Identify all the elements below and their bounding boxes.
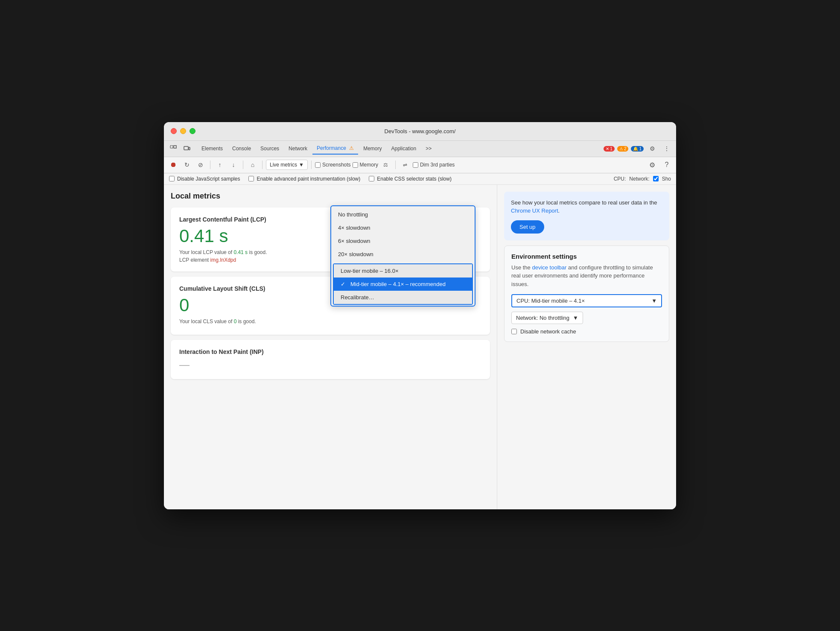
chrome-ux-report-link[interactable]: Chrome UX Report <box>511 207 558 214</box>
bordered-section: Low-tier mobile – 16.0× ✓ Mid-tier mobil… <box>333 263 473 305</box>
performance-warning-icon: ⚠ <box>349 145 354 151</box>
network-dropdown[interactable]: Network: No throttling ▼ <box>511 312 583 324</box>
tab-more[interactable]: >> <box>421 143 436 154</box>
close-button[interactable] <box>171 128 177 134</box>
device-toolbar-link[interactable]: device toolbar <box>532 264 566 271</box>
throttle-4x[interactable]: 4× slowdown <box>331 221 475 234</box>
clear-button[interactable]: ⊘ <box>195 159 207 171</box>
svg-rect-3 <box>189 147 190 150</box>
content-area: Local metrics Largest Contentful Paint (… <box>164 185 676 509</box>
checkmark-icon: ✓ <box>341 281 345 287</box>
tabs-bar: Elements Console Sources Network Perform… <box>164 141 676 157</box>
inp-title: Interaction to Next Paint (INP) <box>179 348 481 355</box>
throttle-6x[interactable]: 6× slowdown <box>331 234 475 248</box>
show-label: Sho <box>662 176 671 182</box>
enable-css-checkbox[interactable] <box>369 176 374 181</box>
throttle-recalibrate[interactable]: Recalibrate… <box>334 291 472 304</box>
low-tier-label: Low-tier mobile – 16.0× <box>341 268 399 274</box>
svg-rect-2 <box>184 146 188 150</box>
enable-paint-checkbox[interactable] <box>248 176 254 181</box>
disable-js-label: Disable JavaScript samples <box>177 176 240 182</box>
right-panel: See how your local metrics compare to re… <box>497 185 676 509</box>
inp-card: Interaction to Next Paint (INP) — <box>171 340 490 379</box>
tab-sources[interactable]: Sources <box>256 143 283 154</box>
cpu-dropdown-chevron: ▼ <box>651 298 657 304</box>
tab-network[interactable]: Network <box>284 143 312 154</box>
local-metrics-title: Local metrics <box>171 192 490 201</box>
download-button[interactable]: ↓ <box>228 159 239 171</box>
error-badge: ✕ 1 <box>604 146 615 152</box>
disable-js-option[interactable]: Disable JavaScript samples <box>169 176 240 182</box>
toolbar-divider-1 <box>210 161 210 169</box>
ux-report-text: See how your local metrics compare to re… <box>511 199 662 215</box>
refresh-record-button[interactable]: ↻ <box>181 159 193 171</box>
dim-3rd-checkbox[interactable] <box>413 162 418 168</box>
dim-3rd-option: Dim 3rd parties <box>413 162 455 168</box>
settings-icon[interactable]: ⚙ <box>646 143 658 155</box>
tab-memory[interactable]: Memory <box>359 143 386 154</box>
4x-label: 4× slowdown <box>338 225 370 231</box>
dropdown-outer: No throttling 4× slowdown 6× slowdown 20… <box>331 206 475 263</box>
tab-performance[interactable]: Performance ⚠ <box>312 143 358 155</box>
minimize-button[interactable] <box>180 128 186 134</box>
warning-badge: ⚠ 2 <box>617 146 629 152</box>
throttle-low-tier[interactable]: Low-tier mobile – 16.0× <box>334 264 472 278</box>
toolbar-divider-4 <box>311 161 312 169</box>
more-options-icon[interactable]: ⋮ <box>661 143 673 155</box>
20x-label: 20× slowdown <box>338 251 373 257</box>
throttle-no-throttling[interactable]: No throttling <box>331 208 475 221</box>
enable-css-label: Enable CSS selector stats (slow) <box>377 176 452 182</box>
cls-desc-after: is good. <box>236 318 256 324</box>
ux-report-card: See how your local metrics compare to re… <box>504 192 669 240</box>
memory-checkbox[interactable] <box>353 162 358 168</box>
help-icon[interactable]: ? <box>661 159 673 171</box>
enable-paint-option[interactable]: Enable advanced paint instrumentation (s… <box>248 176 360 182</box>
enable-css-option[interactable]: Enable CSS selector stats (slow) <box>369 176 452 182</box>
inspect-icon[interactable] <box>167 143 179 155</box>
tab-right-badges: ✕ 1 ⚠ 2 🔔 1 ⚙ ⋮ <box>604 143 673 155</box>
options-right: CPU: Network: Sho <box>614 176 671 182</box>
network-throttle-icon[interactable]: ⇌ <box>399 159 411 171</box>
throttle-mid-tier[interactable]: ✓ Mid-tier mobile – 4.1× – recommended <box>334 278 472 291</box>
device-toolbar-icon[interactable] <box>181 143 193 155</box>
tab-console[interactable]: Console <box>228 143 255 154</box>
cpu-dropdown[interactable]: CPU: Mid-tier mobile – 4.1× ▼ <box>511 294 662 307</box>
6x-label: 6× slowdown <box>338 238 370 244</box>
window-title: DevTools - www.google.com/ <box>385 128 456 134</box>
disable-cache-option[interactable]: Disable network cache <box>511 328 662 335</box>
record-button[interactable]: ⏺ <box>167 159 179 171</box>
disable-js-checkbox[interactable] <box>169 176 175 181</box>
toolbar-divider-3 <box>262 161 262 169</box>
network-label: Network: <box>629 176 649 182</box>
setup-button[interactable]: Set up <box>511 220 544 234</box>
ux-text-before: See how your local metrics compare to re… <box>511 199 657 206</box>
tab-elements[interactable]: Elements <box>197 143 227 154</box>
tab-icons-group <box>167 143 193 155</box>
memory-option: Memory <box>353 162 378 168</box>
dim-3rd-label: Dim 3rd parties <box>420 162 455 168</box>
home-button[interactable]: ⌂ <box>247 159 259 171</box>
ux-text-after: . <box>558 207 560 214</box>
screenshots-label: Screenshots <box>322 162 351 168</box>
memory-icon[interactable]: ⚖ <box>380 159 392 171</box>
recalibrate-label: Recalibrate… <box>341 294 374 301</box>
live-metrics-dropdown[interactable]: Live metrics ▼ <box>266 160 308 170</box>
env-desc-before: Use the <box>511 264 532 271</box>
lcp-desc-after: is good. <box>248 249 267 255</box>
inp-value: — <box>179 359 481 371</box>
tab-application[interactable]: Application <box>387 143 421 154</box>
lcp-desc-before: Your local LCP value of <box>179 249 233 255</box>
disable-cache-checkbox[interactable] <box>511 329 517 334</box>
mid-tier-label: Mid-tier mobile – 4.1× – recommended <box>350 281 446 287</box>
maximize-button[interactable] <box>190 128 195 134</box>
settings-gear-icon[interactable]: ⚙ <box>646 159 658 171</box>
network-dropdown-label: Network: No throttling <box>516 315 569 321</box>
throttle-20x[interactable]: 20× slowdown <box>331 248 475 261</box>
svg-rect-0 <box>170 146 173 148</box>
toolbar-divider-2 <box>243 161 243 169</box>
upload-button[interactable]: ↑ <box>214 159 226 171</box>
screenshots-checkbox[interactable] <box>315 162 321 168</box>
info-count: 1 <box>639 146 642 151</box>
warning-count: 2 <box>624 146 627 151</box>
show-checkbox[interactable] <box>653 176 659 181</box>
